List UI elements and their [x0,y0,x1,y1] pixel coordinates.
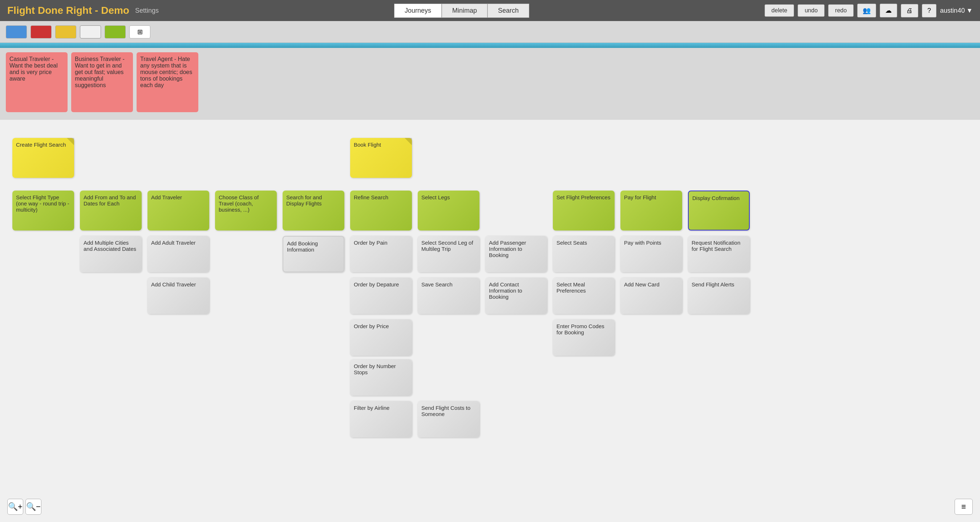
card-add-child-traveler[interactable]: Add Child Traveler [148,278,209,314]
card-add-adult-traveler[interactable]: Add Adult Traveler [148,236,209,272]
card-select-second-leg[interactable]: Select Second Leg of Multileg Trip [418,236,479,272]
zoom-out-button[interactable]: 🔍− [25,499,41,515]
card-select-legs[interactable]: Select Legs [418,190,479,230]
persona-casual[interactable]: Casual Traveler - Want the best deal and… [6,52,68,112]
card-search-display-flights[interactable]: Search for and Display Flights [283,190,344,230]
card-send-flight-costs[interactable]: Send Flight Costs to Someone [418,401,479,438]
undo-button[interactable]: undo [798,4,824,17]
card-order-by-stops[interactable]: Order by Number Stops [350,359,412,396]
card-select-seats[interactable]: Select Seats [553,236,614,272]
people-icon-btn[interactable]: 👥 [857,4,876,17]
canvas: Create Flight Search Book Flight Select … [0,120,980,522]
color-white-btn[interactable] [80,25,101,38]
card-display-confirmation[interactable]: Display Cofirmation [688,190,750,230]
color-red-btn[interactable] [30,25,52,38]
persona-casual-label: Casual Traveler - Want the best deal and… [10,56,58,82]
card-order-by-price[interactable]: Order by Price [350,319,412,356]
card-order-by-pain[interactable]: Order by Pain [350,236,412,272]
user-menu[interactable]: austin40 ▼ [940,7,973,14]
chevron-down-icon: ▼ [966,7,973,14]
username: austin40 [940,7,965,14]
card-book-flight[interactable]: Book Flight [350,138,412,178]
tab-journeys[interactable]: Journeys [394,4,442,18]
card-add-passenger-info[interactable]: Add Passenger Information to Booking [485,236,547,272]
app-title: Flight Done Right - Demo [7,5,129,16]
tab-minimap[interactable]: Minimap [442,4,487,18]
redo-button[interactable]: redo [828,4,854,17]
card-add-contact-info[interactable]: Add Contact Information to Booking [485,278,547,314]
list-view-button[interactable]: ≡ [955,499,973,515]
zoom-controls: 🔍+ 🔍− [7,499,41,515]
color-green-btn[interactable] [105,25,126,38]
card-enter-promo-codes[interactable]: Enter Promo Codes for Booking [553,319,614,356]
zoom-in-button[interactable]: 🔍+ [7,499,23,515]
card-add-booking-info[interactable]: Add Booking Information [283,236,344,272]
card-choose-class[interactable]: Choose Class of Travel (coach, business,… [215,190,277,230]
print-icon-btn[interactable]: 🖨 [901,4,918,17]
card-add-new-card[interactable]: Add New Card [620,278,682,314]
header-left: Flight Done Right - Demo Settings [7,5,159,16]
card-add-traveler[interactable]: Add Traveler [148,190,209,230]
toolbar-row: ⊞ [0,21,980,43]
help-icon-btn[interactable]: ? [922,4,936,17]
card-add-from-to[interactable]: Add From and To and Dates for Each [80,190,142,230]
upload-icon-btn[interactable]: ☁ [880,4,897,17]
card-pay-with-points[interactable]: Pay with Points [620,236,682,272]
persona-travel-agent-label: Travel Agent - Hate any system that is m… [140,56,192,88]
blue-bar [0,43,980,48]
card-select-flight-type[interactable]: Select Flight Type (one way - round trip… [12,190,74,230]
card-create-flight-search[interactable]: Create Flight Search [12,138,74,178]
card-filter-by-airline[interactable]: Filter by Airline [350,401,412,438]
card-refine-search[interactable]: Refine Search [350,190,412,230]
zoom-out-icon: 🔍− [26,502,41,511]
grid-view-btn[interactable]: ⊞ [129,25,150,38]
persona-business-label: Business Traveler - Want to get in and g… [75,56,124,88]
persona-area: Casual Traveler - Want the best deal and… [0,48,980,120]
delete-button[interactable]: delete [765,4,794,17]
card-add-multiple-cities[interactable]: Add Multiple Cities and Associated Dates [80,236,142,272]
zoom-in-icon: 🔍+ [8,502,22,511]
settings-link[interactable]: Settings [135,7,159,14]
list-icon: ≡ [961,502,966,511]
color-blue-btn[interactable] [6,25,27,38]
nav-tabs: Journeys Minimap Search [394,4,529,18]
header-right: delete undo redo 👥 ☁ 🖨 ? austin40 ▼ [765,4,973,17]
tab-search[interactable]: Search [487,4,529,18]
header: Flight Done Right - Demo Settings Journe… [0,0,980,21]
color-yellow-btn[interactable] [55,25,76,38]
card-send-flight-alerts[interactable]: Send Flight Alerts [688,278,750,314]
persona-business[interactable]: Business Traveler - Want to get in and g… [71,52,133,112]
card-request-notification[interactable]: Request Notification for Flight Search [688,236,750,272]
card-save-search[interactable]: Save Search [418,278,479,314]
card-order-by-departure[interactable]: Order by Depature [350,278,412,314]
card-select-meal-prefs[interactable]: Select Meal Preferences [553,278,614,314]
persona-travel-agent[interactable]: Travel Agent - Hate any system that is m… [137,52,198,112]
card-set-flight-prefs[interactable]: Set Flight Preferences [553,190,614,230]
card-pay-for-flight[interactable]: Pay for Flight [620,190,682,230]
